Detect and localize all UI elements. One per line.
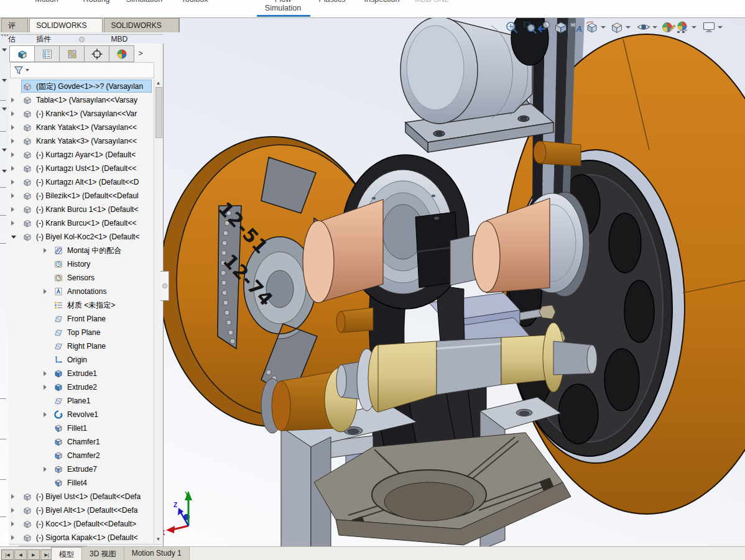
scroll-down-icon[interactable]: ▼ (155, 536, 161, 542)
manager-tabs-expand-icon[interactable]: > (134, 45, 147, 61)
tree-item[interactable]: Chamfer2 (9, 449, 153, 462)
expand-arrow-icon[interactable] (44, 289, 47, 294)
apply-scene-dropdown-icon[interactable] (692, 26, 696, 29)
tree-item[interactable]: Chamfer1 (9, 435, 153, 449)
expand-arrow-icon[interactable] (11, 152, 14, 157)
tree-item[interactable]: Revolve1 (9, 408, 153, 421)
tree-item[interactable]: Krank Yatak<3> (Varsayılan<< (9, 134, 153, 148)
hide-show-items-icon[interactable] (636, 20, 651, 35)
expand-arrow-icon[interactable] (11, 508, 14, 513)
section-view-icon[interactable] (553, 20, 568, 35)
tree-item[interactable]: (-) Bilezik<1> (Default<<Defaul (9, 189, 153, 203)
expand-arrow-icon[interactable] (11, 111, 14, 116)
panel-collapse-handle[interactable] (160, 271, 169, 301)
annotation-views-icon[interactable]: A (569, 20, 584, 35)
zoom-to-fit-icon[interactable] (504, 20, 519, 35)
tree-item[interactable]: Extrude1 (9, 367, 153, 380)
tree-item[interactable]: (-) Krank<1> (Varsayılan<<Var (9, 107, 153, 121)
view-settings-icon[interactable] (701, 20, 716, 35)
tree-item[interactable]: Top Plane (9, 326, 153, 339)
expand-arrow-icon[interactable] (11, 125, 14, 130)
tree-item[interactable]: Montaj 中的配合 (9, 244, 153, 257)
hide-show-items-dropdown-icon[interactable] (652, 26, 657, 29)
tree-vertical-scrollbar[interactable]: ▲ ▼ (154, 80, 163, 543)
filter-dropdown-icon[interactable] (25, 69, 29, 71)
view-orientation-dropdown-icon[interactable] (601, 26, 606, 29)
command-tab[interactable]: SOLIDWORKS 插件 (29, 18, 103, 32)
tree-filter-bar[interactable] (10, 62, 154, 78)
v-scroll-thumb[interactable] (155, 87, 162, 138)
tab-scroll-button-0[interactable]: |◀ (1, 549, 14, 560)
document-tab[interactable]: Motion Study 1 (124, 547, 190, 560)
flyout-expand-icon[interactable] (2, 149, 7, 152)
edit-appearance-icon[interactable] (661, 20, 676, 35)
addin-button-mbd-snl[interactable]: MBD SNL (414, 0, 449, 4)
addin-button-plastics[interactable]: Plastics (318, 0, 345, 4)
tree-item[interactable]: Fillet4 (9, 476, 153, 490)
addin-button-flow-simulation[interactable]: Flow Simulation (265, 0, 301, 12)
flyout-expand-icon[interactable] (2, 48, 7, 52)
addin-button-routing[interactable]: Routing (83, 0, 109, 4)
tree-item[interactable]: History (9, 257, 153, 271)
displaymanager-tab[interactable] (109, 45, 134, 62)
expand-arrow-icon[interactable] (44, 371, 47, 376)
tree-item[interactable]: (-) Krank Burcu<1> (Default<< (9, 216, 153, 230)
flyout-expand-icon[interactable] (2, 170, 7, 173)
dimxpertmanager-tab[interactable] (84, 45, 109, 62)
expand-arrow-icon[interactable] (44, 467, 47, 472)
expand-arrow-icon[interactable] (11, 521, 14, 526)
collapse-arrow-icon[interactable] (11, 236, 16, 239)
expand-arrow-icon[interactable] (11, 193, 14, 198)
panel-splitter[interactable]: ••• (0, 34, 163, 44)
flyout-expand-icon[interactable] (2, 79, 7, 82)
propertymanager-tab[interactable] (34, 45, 60, 62)
tree-item[interactable]: Sensors (9, 271, 153, 285)
tree-item[interactable]: (-) Biyel Ust<1> (Default<<Defa (9, 490, 153, 503)
tree-item[interactable]: (-) Biyel Kol-Koc2<1> (Default< (9, 230, 153, 244)
expand-arrow-icon[interactable] (11, 180, 14, 185)
expand-arrow-icon[interactable] (11, 494, 14, 499)
tree-item[interactable]: Annotations (9, 285, 153, 298)
expand-arrow-icon[interactable] (11, 166, 14, 171)
tree-item[interactable]: Front Plane (9, 312, 153, 326)
tree-item[interactable]: Tabla<1> (Varsayılan<<Varsay (9, 93, 153, 107)
expand-arrow-icon[interactable] (11, 535, 14, 540)
command-tab[interactable]: SOLIDWORKS MBD (104, 18, 179, 32)
document-tab[interactable]: 模型 (51, 547, 82, 560)
configurationmanager-tab[interactable] (59, 45, 85, 62)
tab-scroll-button-2[interactable]: ▶ (27, 549, 40, 560)
expand-arrow-icon[interactable] (11, 221, 14, 226)
featuremanager-tab[interactable] (9, 45, 35, 62)
tree-item[interactable]: Origin (9, 353, 153, 367)
flyout-expand-icon[interactable] (2, 108, 7, 111)
tree-item[interactable]: 材质 <未指定> (9, 298, 153, 312)
command-tab[interactable]: 评估 (1, 18, 28, 32)
tree-item[interactable]: (-) Kurtagzı Alt<1> (Default<<D (9, 175, 153, 189)
document-tab[interactable]: 3D 视图 (82, 547, 124, 560)
tree-item[interactable]: Krank Yatak<1> (Varsayılan<< (9, 121, 153, 134)
expand-arrow-icon[interactable] (11, 207, 14, 212)
addin-button-toolbox[interactable]: Toolbox (181, 0, 208, 4)
zoom-to-area-icon[interactable] (522, 20, 537, 35)
tree-item[interactable]: (-) Sigorta Kapak<1> (Default< (9, 531, 153, 543)
expand-arrow-icon[interactable] (11, 98, 14, 103)
tree-item[interactable]: (-) Krank Burcu 1<1> (Default< (9, 203, 153, 216)
tree-item[interactable]: Right Plane (9, 339, 153, 353)
expand-arrow-icon[interactable] (44, 385, 47, 390)
view-orientation-icon[interactable] (585, 20, 599, 35)
tree-item[interactable]: (-) Kurtagzı Ust<1> (Default<< (9, 162, 153, 175)
addin-button-motion[interactable]: Motion (35, 0, 58, 4)
tree-item[interactable]: Extrude2 (9, 380, 153, 394)
tree-item[interactable]: Plane1 (9, 394, 153, 408)
apply-scene-icon[interactable] (675, 20, 690, 35)
tab-scroll-button-1[interactable]: ◀ (14, 549, 27, 560)
tree-item[interactable]: Extrude7 (9, 462, 153, 476)
expand-arrow-icon[interactable] (44, 412, 47, 417)
tree-item[interactable]: (-) Biyel Alt<1> (Default<<Defa (9, 503, 153, 517)
tree-item[interactable]: (固定) Govde<1>->? (Varsayılan (9, 80, 153, 93)
tree-item[interactable]: (-) Kurtagzı Ayar<1> (Default< (9, 148, 153, 162)
display-style-dropdown-icon[interactable] (626, 26, 631, 29)
expand-arrow-icon[interactable] (11, 139, 14, 144)
addin-button-inspection[interactable]: Inspection (364, 0, 400, 4)
scroll-up-icon[interactable]: ▲ (155, 80, 161, 86)
